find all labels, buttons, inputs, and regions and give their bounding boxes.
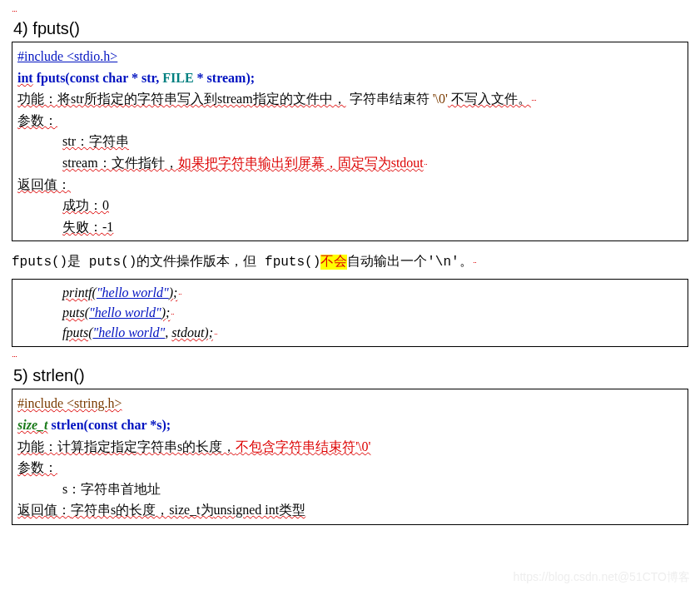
param-str: str：字符串 (17, 131, 683, 152)
fn-name-fputs: fputs( (33, 71, 70, 85)
code-example-box: printf("hello world");ᐧᐧ puts("hello wor… (12, 279, 688, 347)
fputs-signature: int fputs(const char * str, FILE * strea… (17, 67, 683, 89)
strlen-func-desc: 功能：计算指定指定字符串s的长度，不包含字符串结束符'\0' (17, 436, 683, 458)
arg-stream: * stream); (194, 71, 255, 85)
kw-file: FILE (162, 71, 193, 85)
null-char: '\0' (433, 92, 448, 106)
func-text-a: 将str所指定的字符串写入到stream指定的文件中， (57, 92, 346, 106)
return-fail: 失败：-1 (17, 216, 683, 238)
func-text-b: 字符串结束符 (346, 92, 433, 106)
section5-box: #include <string.h> size_t strlen(const … (12, 389, 688, 525)
fputs-call: fputs (62, 325, 88, 340)
kw-const-char-5: const char (88, 418, 146, 432)
return-label-4: 返回值： (17, 174, 683, 196)
return-ok: 成功：0 (17, 195, 683, 216)
top-squiggle: ᐧᐧᐧ (12, 7, 688, 16)
label-func: 功能： (17, 92, 57, 106)
include-line-5: #include <string.h> (17, 396, 122, 410)
mid-squiggle: ᐧᐧᐧ (12, 352, 688, 361)
arg-str: * str, (128, 71, 162, 85)
highlight-not: 不会 (320, 255, 347, 270)
fn-name-strlen: strlen( (47, 418, 87, 432)
func-text-c: 不写入文件。 (448, 92, 531, 106)
puts-call: puts (62, 305, 85, 320)
param-stream: stream：文件指针，如果把字符串输出到屏幕，固定写为stdoutᐧᐧ (17, 152, 683, 174)
return-5: 返回值：字符串s的长度，size_t为unsigned int类型 (17, 499, 683, 521)
include-line-4: #include <stdio.h> (17, 49, 117, 63)
kw-int: int (17, 71, 33, 85)
section4-title: 4) fputs() (13, 19, 688, 38)
params-label-4: 参数： (17, 110, 683, 131)
kw-const-char: const char (70, 71, 128, 85)
strlen-signature: size_t strlen(const char *s); (17, 414, 683, 436)
between-note: fputs()是 puts()的文件操作版本，但 fputs()不会自动输出一个… (12, 253, 688, 270)
fputs-func-desc: 功能：将str所指定的字符串写入到stream指定的文件中， 字符串结束符 '\… (17, 88, 683, 110)
arg-s: *s); (146, 418, 171, 432)
section4-box: #include <stdio.h> int fputs(const char … (12, 42, 688, 241)
trail-sq: ᐧᐧᐧ (531, 96, 536, 105)
params-label-5: 参数： (17, 457, 683, 478)
kw-size-t: size_t (17, 418, 47, 432)
param-s: s：字符串首地址 (17, 478, 683, 500)
section5-title: 5) strlen() (13, 366, 688, 385)
printf-call: printf (62, 285, 92, 300)
